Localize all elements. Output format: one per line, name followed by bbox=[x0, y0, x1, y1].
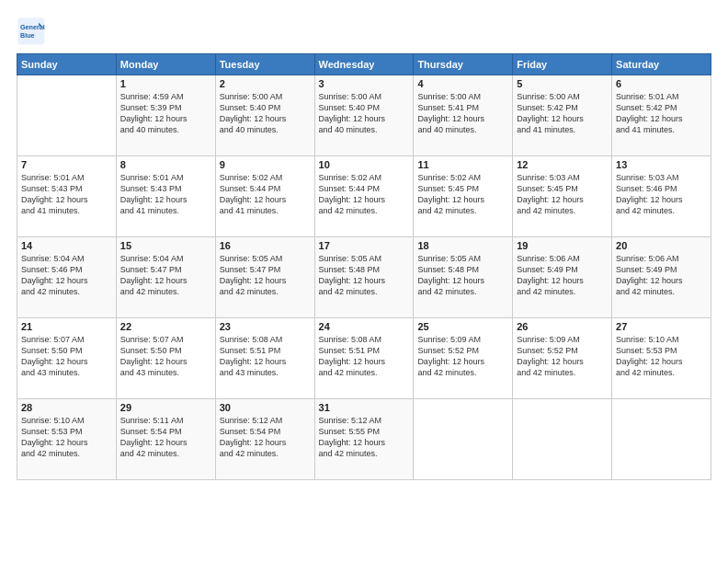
day-number: 2 bbox=[220, 78, 311, 89]
cell-content: Sunrise: 5:04 AM Sunset: 5:47 PM Dayligh… bbox=[120, 253, 211, 298]
day-number: 8 bbox=[120, 159, 211, 170]
cell-content: Sunrise: 5:01 AM Sunset: 5:42 PM Dayligh… bbox=[616, 91, 707, 136]
col-thursday: Thursday bbox=[414, 54, 513, 75]
cell-content: Sunrise: 5:09 AM Sunset: 5:52 PM Dayligh… bbox=[517, 334, 608, 379]
cell-content: Sunrise: 5:01 AM Sunset: 5:43 PM Dayligh… bbox=[21, 172, 112, 217]
cell-2-5: 11Sunrise: 5:02 AM Sunset: 5:45 PM Dayli… bbox=[414, 156, 513, 237]
cell-5-1: 28Sunrise: 5:10 AM Sunset: 5:53 PM Dayli… bbox=[17, 399, 117, 480]
day-number: 9 bbox=[220, 159, 311, 170]
day-number: 4 bbox=[417, 78, 508, 89]
cell-2-6: 12Sunrise: 5:03 AM Sunset: 5:45 PM Dayli… bbox=[513, 156, 612, 237]
cell-3-4: 17Sunrise: 5:05 AM Sunset: 5:48 PM Dayli… bbox=[314, 237, 414, 318]
cell-content: Sunrise: 5:03 AM Sunset: 5:45 PM Dayligh… bbox=[517, 172, 608, 217]
cell-content: Sunrise: 5:07 AM Sunset: 5:50 PM Dayligh… bbox=[21, 334, 112, 379]
cell-content: Sunrise: 5:06 AM Sunset: 5:49 PM Dayligh… bbox=[616, 253, 707, 298]
svg-text:General: General bbox=[20, 23, 45, 31]
day-number: 24 bbox=[319, 321, 410, 332]
day-number: 26 bbox=[517, 321, 608, 332]
cell-content: Sunrise: 5:05 AM Sunset: 5:48 PM Dayligh… bbox=[417, 253, 508, 298]
col-monday: Monday bbox=[116, 54, 215, 75]
cell-5-5 bbox=[414, 399, 513, 480]
day-number: 21 bbox=[21, 321, 112, 332]
day-number: 29 bbox=[120, 402, 211, 413]
day-number: 22 bbox=[120, 321, 211, 332]
cell-3-2: 15Sunrise: 5:04 AM Sunset: 5:47 PM Dayli… bbox=[116, 237, 215, 318]
day-number: 31 bbox=[319, 402, 410, 413]
cell-content: Sunrise: 5:06 AM Sunset: 5:49 PM Dayligh… bbox=[517, 253, 608, 298]
col-wednesday: Wednesday bbox=[314, 54, 414, 75]
calendar-body: 1Sunrise: 4:59 AM Sunset: 5:39 PM Daylig… bbox=[17, 75, 711, 480]
week-row-4: 21Sunrise: 5:07 AM Sunset: 5:50 PM Dayli… bbox=[17, 318, 711, 399]
cell-content: Sunrise: 5:00 AM Sunset: 5:42 PM Dayligh… bbox=[517, 91, 608, 136]
cell-5-7 bbox=[612, 399, 711, 480]
day-number: 10 bbox=[319, 159, 410, 170]
cell-1-4: 3Sunrise: 5:00 AM Sunset: 5:40 PM Daylig… bbox=[314, 75, 414, 156]
cell-3-3: 16Sunrise: 5:05 AM Sunset: 5:47 PM Dayli… bbox=[215, 237, 314, 318]
cell-content: Sunrise: 5:03 AM Sunset: 5:46 PM Dayligh… bbox=[616, 172, 707, 217]
day-number: 6 bbox=[616, 78, 707, 89]
day-number: 14 bbox=[21, 240, 112, 251]
cell-2-3: 9Sunrise: 5:02 AM Sunset: 5:44 PM Daylig… bbox=[215, 156, 314, 237]
cell-3-1: 14Sunrise: 5:04 AM Sunset: 5:46 PM Dayli… bbox=[17, 237, 117, 318]
day-number: 5 bbox=[517, 78, 608, 89]
day-number: 16 bbox=[220, 240, 311, 251]
cell-content: Sunrise: 5:08 AM Sunset: 5:51 PM Dayligh… bbox=[319, 334, 410, 379]
logo: General Blue bbox=[17, 17, 50, 46]
cell-content: Sunrise: 5:01 AM Sunset: 5:43 PM Dayligh… bbox=[120, 172, 211, 217]
cell-content: Sunrise: 5:12 AM Sunset: 5:54 PM Dayligh… bbox=[220, 415, 311, 460]
day-number: 15 bbox=[120, 240, 211, 251]
header-row: Sunday Monday Tuesday Wednesday Thursday… bbox=[17, 54, 711, 75]
day-number: 28 bbox=[21, 402, 112, 413]
cell-3-6: 19Sunrise: 5:06 AM Sunset: 5:49 PM Dayli… bbox=[513, 237, 612, 318]
cell-content: Sunrise: 5:10 AM Sunset: 5:53 PM Dayligh… bbox=[21, 415, 112, 460]
week-row-1: 1Sunrise: 4:59 AM Sunset: 5:39 PM Daylig… bbox=[17, 75, 711, 156]
cell-content: Sunrise: 5:00 AM Sunset: 5:40 PM Dayligh… bbox=[220, 91, 311, 136]
cell-4-3: 23Sunrise: 5:08 AM Sunset: 5:51 PM Dayli… bbox=[215, 318, 314, 399]
cell-3-7: 20Sunrise: 5:06 AM Sunset: 5:49 PM Dayli… bbox=[612, 237, 711, 318]
day-number: 20 bbox=[616, 240, 707, 251]
cell-5-3: 30Sunrise: 5:12 AM Sunset: 5:54 PM Dayli… bbox=[215, 399, 314, 480]
cell-content: Sunrise: 5:05 AM Sunset: 5:48 PM Dayligh… bbox=[319, 253, 410, 298]
day-number: 19 bbox=[517, 240, 608, 251]
day-number: 27 bbox=[616, 321, 707, 332]
day-number: 23 bbox=[220, 321, 311, 332]
cell-content: Sunrise: 5:11 AM Sunset: 5:54 PM Dayligh… bbox=[120, 415, 211, 460]
week-row-3: 14Sunrise: 5:04 AM Sunset: 5:46 PM Dayli… bbox=[17, 237, 711, 318]
cell-3-5: 18Sunrise: 5:05 AM Sunset: 5:48 PM Dayli… bbox=[414, 237, 513, 318]
day-number: 18 bbox=[417, 240, 508, 251]
col-saturday: Saturday bbox=[612, 54, 711, 75]
cell-content: Sunrise: 5:05 AM Sunset: 5:47 PM Dayligh… bbox=[220, 253, 311, 298]
day-number: 30 bbox=[220, 402, 311, 413]
cell-5-6 bbox=[513, 399, 612, 480]
week-row-5: 28Sunrise: 5:10 AM Sunset: 5:53 PM Dayli… bbox=[17, 399, 711, 480]
cell-content: Sunrise: 5:02 AM Sunset: 5:44 PM Dayligh… bbox=[319, 172, 410, 217]
header: General Blue bbox=[17, 17, 711, 46]
cell-4-5: 25Sunrise: 5:09 AM Sunset: 5:52 PM Dayli… bbox=[414, 318, 513, 399]
cell-2-1: 7Sunrise: 5:01 AM Sunset: 5:43 PM Daylig… bbox=[17, 156, 117, 237]
svg-text:Blue: Blue bbox=[20, 31, 35, 40]
page: General Blue Sunday Monday Tuesday Wedne… bbox=[0, 0, 728, 563]
cell-content: Sunrise: 5:09 AM Sunset: 5:52 PM Dayligh… bbox=[417, 334, 508, 379]
cell-1-2: 1Sunrise: 4:59 AM Sunset: 5:39 PM Daylig… bbox=[116, 75, 215, 156]
cell-5-4: 31Sunrise: 5:12 AM Sunset: 5:55 PM Dayli… bbox=[314, 399, 414, 480]
cell-content: Sunrise: 5:00 AM Sunset: 5:41 PM Dayligh… bbox=[417, 91, 508, 136]
col-sunday: Sunday bbox=[17, 54, 117, 75]
cell-content: Sunrise: 5:02 AM Sunset: 5:45 PM Dayligh… bbox=[417, 172, 508, 217]
cell-2-2: 8Sunrise: 5:01 AM Sunset: 5:43 PM Daylig… bbox=[116, 156, 215, 237]
cell-4-7: 27Sunrise: 5:10 AM Sunset: 5:53 PM Dayli… bbox=[612, 318, 711, 399]
cell-2-4: 10Sunrise: 5:02 AM Sunset: 5:44 PM Dayli… bbox=[314, 156, 414, 237]
day-number: 17 bbox=[319, 240, 410, 251]
day-number: 1 bbox=[120, 78, 211, 89]
cell-content: Sunrise: 5:04 AM Sunset: 5:46 PM Dayligh… bbox=[21, 253, 112, 298]
day-number: 12 bbox=[517, 159, 608, 170]
cell-1-3: 2Sunrise: 5:00 AM Sunset: 5:40 PM Daylig… bbox=[215, 75, 314, 156]
col-tuesday: Tuesday bbox=[215, 54, 314, 75]
week-row-2: 7Sunrise: 5:01 AM Sunset: 5:43 PM Daylig… bbox=[17, 156, 711, 237]
cell-content: Sunrise: 5:02 AM Sunset: 5:44 PM Dayligh… bbox=[220, 172, 311, 217]
logo-icon: General Blue bbox=[17, 17, 46, 46]
cell-4-2: 22Sunrise: 5:07 AM Sunset: 5:50 PM Dayli… bbox=[116, 318, 215, 399]
cell-4-6: 26Sunrise: 5:09 AM Sunset: 5:52 PM Dayli… bbox=[513, 318, 612, 399]
cell-content: Sunrise: 5:10 AM Sunset: 5:53 PM Dayligh… bbox=[616, 334, 707, 379]
cell-content: Sunrise: 5:07 AM Sunset: 5:50 PM Dayligh… bbox=[120, 334, 211, 379]
cell-1-7: 6Sunrise: 5:01 AM Sunset: 5:42 PM Daylig… bbox=[612, 75, 711, 156]
